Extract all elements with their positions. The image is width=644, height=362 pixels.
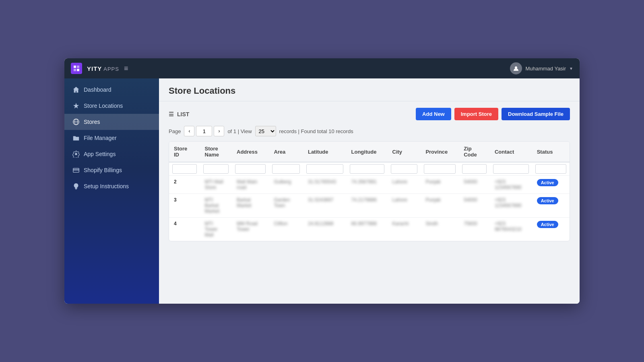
- sidebar-item-app-settings[interactable]: App Settings: [64, 146, 159, 162]
- cell-province: Punjab: [421, 194, 459, 218]
- cell-zip: 54000: [459, 194, 490, 218]
- sidebar-label-store-locations: Store Locations: [84, 103, 123, 109]
- content-area: Store Locations ☰ LIST Add New Import St…: [159, 78, 580, 304]
- cell-longitude: 74.3567891: [347, 176, 388, 194]
- cell-province: Sindh: [421, 218, 459, 241]
- page-number-input[interactable]: [196, 126, 212, 136]
- filter-store-name[interactable]: [203, 164, 229, 174]
- svg-rect-0: [74, 66, 76, 68]
- svg-point-8: [75, 153, 77, 155]
- table-header-row: StoreID StoreName Address Area Latitude …: [169, 142, 570, 162]
- col-area: Area: [269, 142, 303, 162]
- col-latitude: Latitude: [303, 142, 347, 162]
- cell-area: Clifton: [269, 218, 303, 241]
- cell-zip: 54000: [459, 176, 490, 194]
- import-store-button[interactable]: Import Store: [454, 108, 498, 120]
- prev-page-button[interactable]: ‹: [184, 126, 194, 136]
- col-status: Status: [532, 142, 570, 162]
- house-icon: [72, 86, 80, 93]
- cell-city: Karachi: [388, 218, 421, 241]
- col-province: Province: [421, 142, 459, 162]
- filter-status[interactable]: [535, 164, 566, 174]
- sidebar-item-stores[interactable]: Stores: [64, 114, 159, 130]
- cell-address: MM Road Tower: [232, 218, 269, 241]
- cell-address: Barkat Market: [232, 194, 269, 218]
- cell-area: Garden Town: [269, 194, 303, 218]
- filter-longitude[interactable]: [350, 164, 384, 174]
- cell-contact: +923 9876543210: [490, 218, 532, 241]
- svg-rect-1: [77, 66, 79, 68]
- filter-latitude[interactable]: [306, 164, 343, 174]
- download-sample-button[interactable]: Download Sample File: [502, 108, 570, 120]
- svg-rect-2: [74, 69, 76, 71]
- filter-province[interactable]: [424, 164, 456, 174]
- table-row: 2 MTI Mall Store Mall Main road Gulberg …: [169, 176, 570, 194]
- cell-latitude: 31.5243897: [303, 194, 347, 218]
- logo-icon: [71, 63, 82, 74]
- list-label: ☰ LIST: [169, 111, 189, 117]
- col-contact: Contact: [490, 142, 532, 162]
- sidebar-item-store-locations[interactable]: Store Locations: [64, 98, 159, 114]
- filter-zip[interactable]: [462, 164, 487, 174]
- sidebar-item-setup-instructions[interactable]: Setup Instructions: [64, 178, 159, 194]
- cell-status: Active: [532, 194, 570, 218]
- cell-longitude: 74.2179886: [347, 194, 388, 218]
- store-table: StoreID StoreName Address Area Latitude …: [169, 142, 570, 241]
- filter-store-id[interactable]: [172, 164, 197, 174]
- bulb-icon: [72, 183, 80, 190]
- table-row: 4 MTI Tower Mall MM Road Tower Clifton 2…: [169, 218, 570, 241]
- cell-province: Punjab: [421, 176, 459, 194]
- cell-contact: +923 1234567890: [490, 176, 532, 194]
- sidebar-item-dashboard[interactable]: Dashboard: [64, 82, 159, 98]
- cell-store-name: MTI Mall Store: [200, 176, 232, 194]
- cell-id: 3: [169, 194, 200, 218]
- sidebar-label-setup-instructions: Setup Instructions: [84, 183, 129, 189]
- cell-contact: +923 1234567890: [490, 194, 532, 218]
- sidebar-item-file-manager[interactable]: File Manager: [64, 130, 159, 146]
- add-new-button[interactable]: Add New: [416, 108, 451, 120]
- svg-rect-3: [77, 69, 79, 71]
- status-badge: Active: [537, 179, 558, 186]
- view-count-select[interactable]: 10 25 50 100: [255, 126, 276, 136]
- pagination-bar: Page ‹ › of 1 | View 10 25 50 100 record…: [169, 126, 570, 136]
- cell-id: 2: [169, 176, 200, 194]
- status-badge: Active: [537, 197, 558, 204]
- cell-status: Active: [532, 176, 570, 194]
- total-pages-label: of 1 | View: [227, 128, 252, 134]
- filter-area[interactable]: [272, 164, 300, 174]
- cell-store-name: MTI Tower Mall: [200, 218, 232, 241]
- cell-longitude: 66.9977888: [347, 218, 388, 241]
- page-header: Store Locations: [159, 78, 580, 101]
- sidebar-label-dashboard: Dashboard: [84, 86, 111, 93]
- sidebar-item-shopify-billings[interactable]: Shopify Billings: [64, 162, 159, 178]
- svg-rect-9: [73, 169, 79, 173]
- cell-city: Lahore: [388, 176, 421, 194]
- hamburger-icon[interactable]: ≡: [124, 64, 128, 73]
- card-icon: [72, 167, 80, 174]
- cell-area: Gulberg: [269, 176, 303, 194]
- star-icon: [72, 102, 80, 109]
- col-zip-code: ZipCode: [459, 142, 490, 162]
- cell-latitude: 31.51765543: [303, 176, 347, 194]
- avatar: [510, 62, 522, 74]
- cell-store-name: MTI Barkat Market: [200, 194, 232, 218]
- globe-icon: [72, 118, 80, 125]
- filter-row: [169, 162, 570, 176]
- sidebar-label-file-manager: File Manager: [84, 135, 117, 141]
- sidebar: Dashboard Store Locations Stores: [64, 78, 159, 304]
- list-icon: ☰: [169, 111, 174, 117]
- cell-id: 4: [169, 218, 200, 241]
- sidebar-label-app-settings: App Settings: [84, 151, 116, 157]
- gear-icon: [72, 150, 80, 158]
- svg-rect-11: [75, 188, 77, 189]
- next-page-button[interactable]: ›: [214, 126, 224, 136]
- filter-address[interactable]: [235, 164, 266, 174]
- app-title: YITY APPS: [87, 65, 119, 72]
- user-name: Muhammad Yasir: [525, 66, 566, 72]
- topbar: YITY APPS ≡ Muhammad Yasir ▼: [64, 58, 580, 78]
- sidebar-label-stores: Stores: [84, 119, 100, 125]
- svg-rect-10: [73, 169, 79, 170]
- filter-contact[interactable]: [493, 164, 529, 174]
- filter-city[interactable]: [391, 164, 418, 174]
- chevron-down-icon[interactable]: ▼: [569, 66, 573, 71]
